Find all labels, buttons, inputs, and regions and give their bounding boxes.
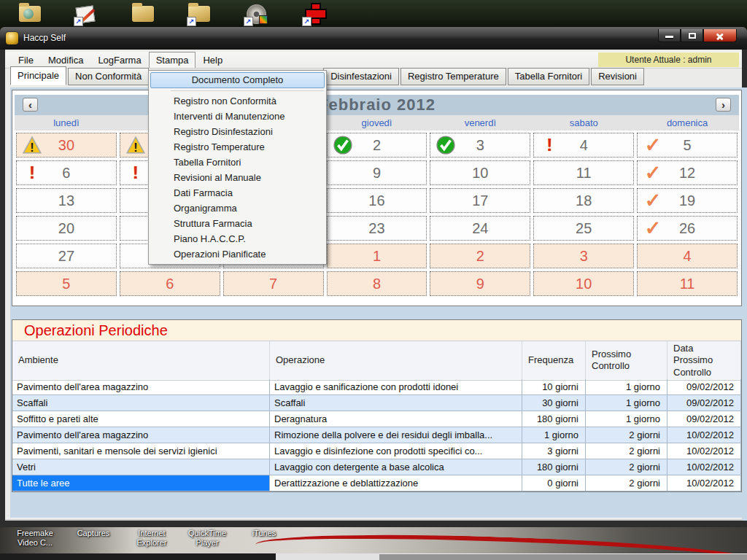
menu-item-organigramma[interactable]: Organigramma xyxy=(149,201,326,216)
folder-icon[interactable] xyxy=(131,3,157,25)
calendar-cell-day-16[interactable]: 16 xyxy=(327,188,427,213)
desktop-label-quicktime[interactable]: QuickTimePlayer xyxy=(178,529,236,548)
calendar-cell-day-10[interactable]: 10 xyxy=(430,160,530,185)
calendar-next-button[interactable]: › xyxy=(716,98,731,112)
menu-item-interventi-di-manutenzione[interactable]: Interventi di Manutenzione xyxy=(149,109,326,124)
column-header-prossimo-controllo[interactable]: Prossimo Controllo xyxy=(586,341,667,381)
menubar-item-logfarma[interactable]: LogFarma xyxy=(90,52,148,68)
calendar-cell-day-12[interactable]: ✓12 xyxy=(637,160,738,185)
menu-item-registro-non-conformit[interactable]: Registro non Conformità xyxy=(149,93,326,109)
table-row[interactable]: ScaffaliScaffali30 giorni1 giorno09/02/2… xyxy=(12,395,741,411)
tab-registro-temperature[interactable]: Registro Temperature xyxy=(400,68,506,85)
cell-prossimo-controllo[interactable]: 1 giorno xyxy=(586,395,667,411)
calendar-prev-button[interactable]: ‹ xyxy=(23,98,38,112)
tab-revisioni[interactable]: Revisioni xyxy=(591,68,644,85)
folder-shortcut-icon[interactable]: ↗ xyxy=(187,3,213,25)
cell-frequenza[interactable]: 180 giorni xyxy=(522,459,586,475)
cell-operazione[interactable]: Deragnatura xyxy=(270,411,522,427)
table-row[interactable]: Pavimento dell'area magazzinoRimozione d… xyxy=(12,427,741,443)
table-row[interactable]: Pavimento dell'area magazzinoLavaggio e … xyxy=(12,379,741,395)
user-folder-icon[interactable] xyxy=(18,3,44,25)
cell-prossimo-controllo[interactable]: 2 giorni xyxy=(586,459,667,475)
cell-ambiente[interactable]: Tutte le aree xyxy=(12,475,270,491)
cell-frequenza[interactable]: 1 giorno xyxy=(522,427,586,443)
calendar-cell-day-26[interactable]: ✓26 xyxy=(637,216,738,241)
title-bar[interactable]: Haccp Self xyxy=(0,27,747,50)
cell-data-prossimo-controllo[interactable]: 10/02/2012 xyxy=(667,443,741,459)
table-row[interactable]: Soffitto e pareti alteDeragnatura180 gio… xyxy=(12,411,741,427)
menu-item-revisioni-al-manuale[interactable]: Revisioni al Manuale xyxy=(149,170,326,185)
calendar-cell-day-30[interactable]: !30 xyxy=(16,133,117,158)
cell-operazione[interactable]: Lavaggio e sanificazione con prodotti id… xyxy=(270,379,522,395)
menubar-item-file[interactable]: File xyxy=(11,52,41,68)
menubar-item-stampa[interactable]: Stampa xyxy=(149,52,196,68)
calendar-cell-day-24[interactable]: 24 xyxy=(430,216,530,241)
cell-prossimo-controllo[interactable]: 2 giorni xyxy=(586,475,667,491)
menu-item-operazioni-pianificate[interactable]: Operazioni Pianificate xyxy=(149,246,326,262)
cell-ambiente[interactable]: Scaffali xyxy=(12,395,270,411)
edit-shortcut-icon[interactable]: ↗ xyxy=(74,3,100,25)
menu-item-documento-completo[interactable]: Documento Completo xyxy=(150,72,325,88)
maximize-button[interactable] xyxy=(681,29,703,42)
menu-item-dati-farmacia[interactable]: Dati Farmacia xyxy=(149,185,326,201)
calendar-cell-day-3[interactable]: 3 xyxy=(533,244,634,268)
calendar-cell-day-10[interactable]: 10 xyxy=(533,271,634,296)
cell-data-prossimo-controllo[interactable]: 09/02/2012 xyxy=(667,411,741,427)
tab-non-conformit[interactable]: Non Conformità xyxy=(68,68,149,85)
desktop-label-captures[interactable]: Captures xyxy=(64,529,123,538)
calendar-cell-day-7[interactable]: 7 xyxy=(223,271,324,296)
cell-data-prossimo-controllo[interactable]: 10/02/2012 xyxy=(667,427,741,443)
calendar-cell-day-2[interactable]: 2 xyxy=(327,133,427,158)
disc-shortcut-icon[interactable]: ↗ xyxy=(244,3,270,25)
cell-prossimo-controllo[interactable]: 1 giorno xyxy=(586,411,667,427)
cell-frequenza[interactable]: 3 giorni xyxy=(522,443,586,459)
calendar-cell-day-3[interactable]: 3 xyxy=(430,133,530,158)
menu-item-tabella-fornitori[interactable]: Tabella Fornitori xyxy=(149,155,326,170)
calendar-cell-day-20[interactable]: 20 xyxy=(16,216,117,241)
cell-data-prossimo-controllo[interactable]: 09/02/2012 xyxy=(667,379,741,395)
table-row[interactable]: VetriLavaggio con detergente a base alco… xyxy=(12,459,741,475)
calendar-cell-day-5[interactable]: 5 xyxy=(16,271,117,296)
red-cross-shortcut-icon[interactable]: ↗ xyxy=(302,3,328,25)
calendar-cell-day-6[interactable]: 6 xyxy=(120,271,220,296)
cell-frequenza[interactable]: 0 giorni xyxy=(522,475,586,491)
cell-data-prossimo-controllo[interactable]: 10/02/2012 xyxy=(667,475,741,491)
table-row[interactable]: Pavimenti, sanitari e mensole dei serviz… xyxy=(12,443,741,459)
column-header-operazione[interactable]: Operazione xyxy=(270,341,522,381)
menu-item-struttura-farmacia[interactable]: Struttura Farmacia xyxy=(149,216,326,231)
cell-ambiente[interactable]: Pavimento dell'area magazzino xyxy=(12,379,270,395)
desktop-label-itunes[interactable]: iTunes xyxy=(235,529,293,538)
calendar-cell-day-27[interactable]: 27 xyxy=(16,244,117,268)
close-button[interactable] xyxy=(703,29,737,42)
cell-prossimo-controllo[interactable]: 2 giorni xyxy=(586,427,667,443)
cell-frequenza[interactable]: 180 giorni xyxy=(522,411,586,427)
calendar-cell-day-8[interactable]: 8 xyxy=(327,271,427,296)
cell-frequenza[interactable]: 10 giorni xyxy=(522,379,586,395)
calendar-cell-day-4[interactable]: 4 xyxy=(637,244,738,268)
cell-prossimo-controllo[interactable]: 2 giorni xyxy=(586,443,667,459)
cell-ambiente[interactable]: Pavimento dell'area magazzino xyxy=(12,427,270,443)
calendar-cell-day-6[interactable]: !6 xyxy=(16,160,117,185)
cell-operazione[interactable]: Lavaggio e disinfezione con prodotti spe… xyxy=(270,443,522,459)
cell-ambiente[interactable]: Vetri xyxy=(12,459,270,475)
menubar-item-modifica[interactable]: Modifica xyxy=(41,52,90,68)
cell-data-prossimo-controllo[interactable]: 09/02/2012 xyxy=(667,395,741,411)
minimize-button[interactable] xyxy=(658,29,681,42)
cell-operazione[interactable]: Derattizzazione e deblattizzazione xyxy=(270,475,522,491)
calendar-cell-day-13[interactable]: 13 xyxy=(16,188,117,213)
desktop-label-freemake[interactable]: FreemakeVideo C... xyxy=(6,529,64,548)
calendar-cell-day-9[interactable]: 9 xyxy=(430,271,530,296)
calendar-cell-day-19[interactable]: ✓19 xyxy=(637,188,738,213)
table-row[interactable]: Tutte le areeDerattizzazione e deblattiz… xyxy=(12,475,741,491)
cell-prossimo-controllo[interactable]: 1 giorno xyxy=(586,379,667,395)
cell-operazione[interactable]: Scaffali xyxy=(270,395,522,411)
cell-frequenza[interactable]: 30 giorni xyxy=(522,395,586,411)
menubar-item-help[interactable]: Help xyxy=(196,52,230,68)
column-header-frequenza[interactable]: Frequenza xyxy=(522,341,586,381)
calendar-cell-day-4[interactable]: !4 xyxy=(533,133,634,158)
tab-tabella-fornitori[interactable]: Tabella Fornitori xyxy=(508,68,590,85)
cell-data-prossimo-controllo[interactable]: 10/02/2012 xyxy=(667,459,741,475)
calendar-cell-day-23[interactable]: 23 xyxy=(327,216,427,241)
menu-item-registro-disinfestazioni[interactable]: Registro Disinfestazioni xyxy=(149,124,326,139)
tab-principale[interactable]: Principale xyxy=(10,66,66,85)
